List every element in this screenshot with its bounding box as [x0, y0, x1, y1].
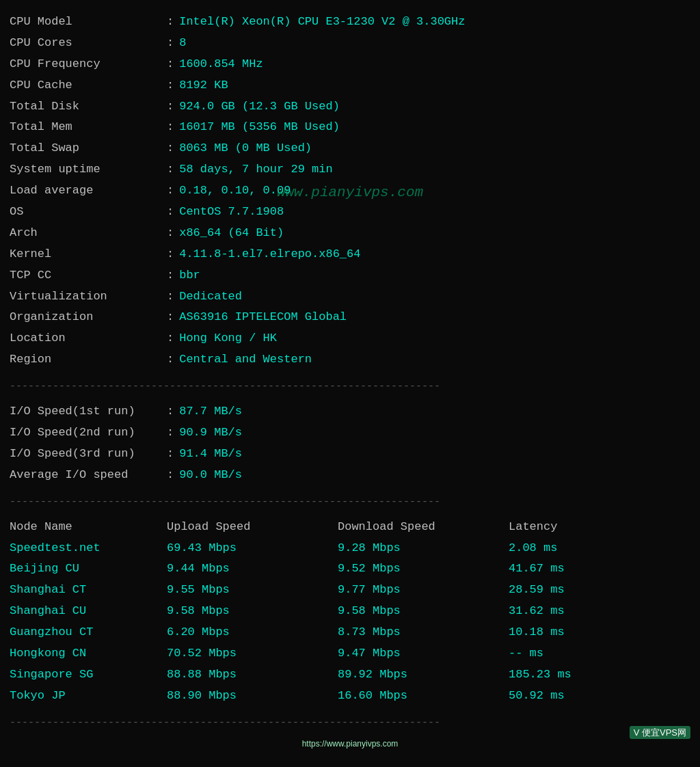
network-upload: 69.43 Mbps: [167, 539, 338, 559]
colon: :: [167, 224, 174, 243]
network-upload: 9.44 Mbps: [167, 559, 338, 579]
system-row: OS : CentOS 7.7.1908: [10, 202, 690, 222]
system-row: Location : Hong Kong / HK: [10, 329, 690, 349]
system-value: 8063 MB (0 MB Used): [179, 139, 312, 159]
logo-badge: V 便宜VPS网: [630, 726, 690, 739]
system-label: System uptime: [10, 160, 167, 180]
system-row: Organization : AS63916 IPTELECOM Global: [10, 308, 690, 327]
system-label: CPU Model: [10, 12, 167, 32]
system-value: bbr: [179, 266, 200, 286]
network-row: Guangzhou CT 6.20 Mbps 8.73 Mbps 10.18 m…: [10, 623, 690, 643]
io-label: I/O Speed(1st run): [10, 402, 167, 422]
system-value: 0.18, 0.10, 0.09: [179, 181, 291, 201]
system-label: Virtualization: [10, 287, 167, 307]
system-row: Arch : x86_64 (64 Bit): [10, 224, 690, 243]
colon: :: [167, 245, 174, 265]
system-row: Total Disk : 924.0 GB (12.3 GB Used): [10, 97, 690, 117]
system-row: Virtualization : Dedicated: [10, 287, 690, 307]
network-row: Shanghai CU 9.58 Mbps 9.58 Mbps 31.62 ms: [10, 602, 690, 621]
network-upload: 88.88 Mbps: [167, 665, 338, 685]
colon: :: [167, 202, 174, 222]
system-info-section: www.pianyivps.com CPU Model : Intel(R) X…: [10, 7, 690, 377]
system-row: CPU Model : Intel(R) Xeon(R) CPU E3-1230…: [10, 12, 690, 32]
system-label: TCP CC: [10, 266, 167, 286]
io-row: I/O Speed(1st run) : 87.7 MB/s: [10, 402, 690, 422]
system-row: System uptime : 58 days, 7 hour 29 min: [10, 160, 690, 180]
network-upload: 70.52 Mbps: [167, 644, 338, 664]
separator-2: ----------------------------------------…: [10, 496, 690, 508]
system-value: 8192 KB: [179, 76, 228, 96]
io-section: I/O Speed(1st run) : 87.7 MB/s I/O Speed…: [10, 396, 690, 492]
network-section: Node Name Upload Speed Download Speed La…: [10, 512, 690, 713]
system-label: Organization: [10, 308, 167, 327]
system-value: 58 days, 7 hour 29 min: [179, 160, 332, 180]
network-download: 9.47 Mbps: [338, 644, 509, 664]
system-row: Total Mem : 16017 MB (5356 MB Used): [10, 118, 690, 137]
network-latency: 50.92 ms: [509, 686, 611, 706]
io-row: Average I/O speed : 90.0 MB/s: [10, 466, 690, 485]
colon: :: [167, 181, 174, 201]
io-row: I/O Speed(2nd run) : 90.9 MB/s: [10, 423, 690, 443]
network-upload: 9.55 Mbps: [167, 580, 338, 600]
system-value: 1600.854 MHz: [179, 55, 262, 75]
io-value: 87.7 MB/s: [179, 402, 242, 422]
system-row: Kernel : 4.11.8-1.el7.elrepo.x86_64: [10, 245, 690, 265]
separator-1: ----------------------------------------…: [10, 381, 690, 392]
network-latency: 41.67 ms: [509, 559, 611, 579]
io-label: I/O Speed(3rd run): [10, 444, 167, 464]
colon: :: [167, 329, 174, 349]
system-label: Total Swap: [10, 139, 167, 159]
network-upload: 88.90 Mbps: [167, 686, 338, 706]
header-upload: Upload Speed: [167, 517, 338, 537]
network-table-header: Node Name Upload Speed Download Speed La…: [10, 517, 690, 537]
system-value: Central and Western: [179, 350, 312, 370]
colon: :: [167, 266, 174, 286]
colon: :: [167, 423, 174, 443]
colon: :: [167, 12, 174, 32]
system-row: TCP CC : bbr: [10, 266, 690, 286]
system-row: CPU Frequency : 1600.854 MHz: [10, 55, 690, 75]
system-label: Total Disk: [10, 97, 167, 117]
network-row: Shanghai CT 9.55 Mbps 9.77 Mbps 28.59 ms: [10, 580, 690, 600]
colon: :: [167, 466, 174, 485]
system-row: Load average : 0.18, 0.10, 0.09: [10, 181, 690, 201]
system-row: Region : Central and Western: [10, 350, 690, 370]
network-latency: 31.62 ms: [509, 602, 611, 621]
system-label: Location: [10, 329, 167, 349]
system-value: 16017 MB (5356 MB Used): [179, 118, 340, 137]
colon: :: [167, 402, 174, 422]
network-upload: 9.58 Mbps: [167, 602, 338, 621]
network-node: Singapore SG: [10, 665, 167, 685]
system-label: Load average: [10, 181, 167, 201]
network-latency: 10.18 ms: [509, 623, 611, 643]
system-value: Intel(R) Xeon(R) CPU E3-1230 V2 @ 3.30GH…: [179, 12, 465, 32]
network-node: Tokyo JP: [10, 686, 167, 706]
network-node: Beijing CU: [10, 559, 167, 579]
system-row: CPU Cache : 8192 KB: [10, 76, 690, 96]
colon: :: [167, 97, 174, 117]
logo-url: https://www.pianyivps.com: [10, 739, 690, 749]
header-latency: Latency: [509, 517, 611, 537]
colon: :: [167, 33, 174, 53]
network-row: Tokyo JP 88.90 Mbps 16.60 Mbps 50.92 ms: [10, 686, 690, 706]
network-latency: 2.08 ms: [509, 539, 611, 559]
network-node: Speedtest.net: [10, 539, 167, 559]
colon: :: [167, 139, 174, 159]
system-label: Total Mem: [10, 118, 167, 137]
system-row: CPU Cores : 8: [10, 33, 690, 53]
network-row: Speedtest.net 69.43 Mbps 9.28 Mbps 2.08 …: [10, 539, 690, 559]
network-download: 9.28 Mbps: [338, 539, 509, 559]
system-label: OS: [10, 202, 167, 222]
network-row: Beijing CU 9.44 Mbps 9.52 Mbps 41.67 ms: [10, 559, 690, 579]
colon: :: [167, 160, 174, 180]
system-value: 4.11.8-1.el7.elrepo.x86_64: [179, 245, 360, 265]
system-label: CPU Cores: [10, 33, 167, 53]
system-label: Region: [10, 350, 167, 370]
network-node: Guangzhou CT: [10, 623, 167, 643]
colon: :: [167, 287, 174, 307]
network-latency: 28.59 ms: [509, 580, 611, 600]
system-value: AS63916 IPTELECOM Global: [179, 308, 347, 327]
network-download: 16.60 Mbps: [338, 686, 509, 706]
system-value: x86_64 (64 Bit): [179, 224, 284, 243]
colon: :: [167, 118, 174, 137]
